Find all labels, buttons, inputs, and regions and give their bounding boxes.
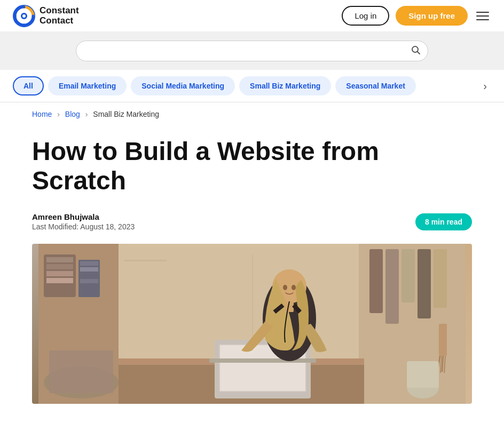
svg-rect-10 xyxy=(46,271,73,276)
logo-icon xyxy=(13,5,35,27)
author-name: Amreen Bhujwala xyxy=(32,212,135,221)
logo-brand-line2: Contact xyxy=(40,16,79,26)
hamburger-line1 xyxy=(476,12,489,13)
author-info: Amreen Bhujwala Last Modified: August 18… xyxy=(32,212,135,231)
svg-rect-12 xyxy=(46,285,73,290)
svg-rect-15 xyxy=(80,267,98,272)
logo-text: Constant Contact xyxy=(40,6,79,26)
logo-brand-line1: Constant xyxy=(40,6,79,16)
hamburger-line2 xyxy=(476,15,489,17)
svg-rect-9 xyxy=(46,264,73,269)
svg-rect-24 xyxy=(418,249,431,318)
breadcrumb-current: Small Biz Marketing xyxy=(93,110,159,118)
logo[interactable]: Constant Contact xyxy=(13,5,79,27)
svg-rect-32 xyxy=(407,361,439,388)
svg-rect-26 xyxy=(439,324,447,356)
hero-illustration xyxy=(32,244,472,404)
svg-rect-25 xyxy=(434,249,447,308)
svg-rect-23 xyxy=(401,249,415,302)
svg-point-2 xyxy=(22,14,26,18)
article-title: How to Build a Website from Scratch xyxy=(32,137,472,195)
svg-rect-14 xyxy=(80,261,98,266)
header-actions: Log in Sign up free xyxy=(342,6,491,26)
svg-rect-34 xyxy=(124,260,167,261)
signup-button[interactable]: Sign up free xyxy=(396,6,468,26)
category-nav: All Email Marketing Social Media Marketi… xyxy=(0,70,504,102)
svg-rect-19 xyxy=(49,350,113,393)
search-section xyxy=(0,32,504,70)
search-wrapper xyxy=(76,41,428,61)
svg-rect-8 xyxy=(46,257,73,262)
hamburger-line3 xyxy=(476,19,489,20)
menu-button[interactable] xyxy=(474,10,491,22)
breadcrumb: Home › Blog › Small Biz Marketing xyxy=(0,102,504,126)
svg-rect-41 xyxy=(209,358,316,363)
tab-seasonal-market[interactable]: Seasonal Market xyxy=(335,76,416,95)
tab-small-biz-marketing[interactable]: Small Biz Marketing xyxy=(239,76,331,95)
breadcrumb-blog[interactable]: Blog xyxy=(65,110,80,118)
svg-line-4 xyxy=(418,51,420,54)
hero-image xyxy=(32,244,472,404)
svg-rect-11 xyxy=(46,278,73,283)
svg-rect-16 xyxy=(80,273,98,277)
site-header: Constant Contact Log in Sign up free xyxy=(0,0,504,32)
modified-date: Last Modified: August 18, 2023 xyxy=(32,222,135,231)
nav-next-arrow[interactable]: › xyxy=(479,78,491,94)
breadcrumb-home[interactable]: Home xyxy=(32,110,52,118)
breadcrumb-sep2: › xyxy=(85,110,88,118)
search-input[interactable] xyxy=(76,41,428,61)
tab-email-marketing[interactable]: Email Marketing xyxy=(48,76,127,95)
svg-rect-21 xyxy=(369,249,383,313)
search-icon xyxy=(411,45,421,55)
article-main: How to Build a Website from Scratch Amre… xyxy=(0,126,504,425)
read-time-badge: 8 min read xyxy=(415,213,472,230)
svg-point-44 xyxy=(283,285,287,290)
tab-all[interactable]: All xyxy=(13,76,44,95)
search-button[interactable] xyxy=(411,45,421,57)
svg-point-45 xyxy=(292,285,296,290)
article-meta: Amreen Bhujwala Last Modified: August 18… xyxy=(32,212,472,231)
tab-social-media-marketing[interactable]: Social Media Marketing xyxy=(131,76,235,95)
svg-rect-17 xyxy=(80,279,98,283)
breadcrumb-sep1: › xyxy=(57,110,60,118)
login-button[interactable]: Log in xyxy=(342,6,389,26)
svg-rect-22 xyxy=(385,249,399,324)
